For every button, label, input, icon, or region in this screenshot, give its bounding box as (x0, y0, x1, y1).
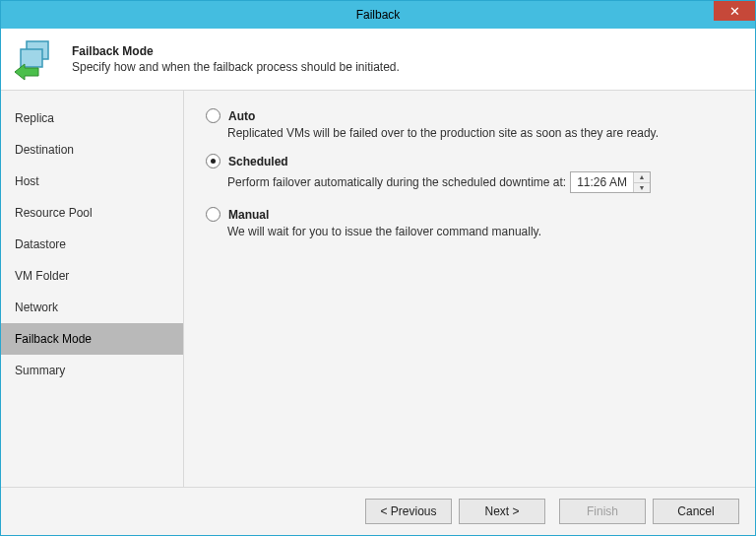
option-manual-title: Manual (228, 208, 269, 222)
header-title: Failback Mode (72, 44, 400, 58)
sidebar-item-vm-folder[interactable]: VM Folder (1, 260, 183, 292)
header-text: Failback Mode Specify how and when the f… (72, 44, 400, 74)
cancel-button[interactable]: Cancel (653, 499, 739, 524)
sidebar-item-failback-mode[interactable]: Failback Mode (1, 323, 183, 355)
wizard-steps-sidebar: Replica Destination Host Resource Pool D… (1, 91, 184, 487)
finish-button: Finish (559, 499, 646, 524)
option-manual: Manual We will wait for you to issue the… (206, 207, 733, 238)
previous-button[interactable]: < Previous (365, 499, 452, 524)
titlebar: Failback ✕ (1, 1, 755, 29)
sidebar-item-destination[interactable]: Destination (1, 134, 183, 166)
window-title: Failback (356, 8, 401, 22)
time-spinner: ▲ ▼ (633, 172, 650, 192)
radio-manual[interactable] (206, 207, 220, 222)
option-auto-title: Auto (228, 109, 255, 123)
option-scheduled: Scheduled Perform failover automatically… (206, 154, 733, 193)
sidebar-item-resource-pool[interactable]: Resource Pool (1, 197, 183, 229)
wizard-header: Failback Mode Specify how and when the f… (1, 29, 755, 91)
option-scheduled-title: Scheduled (228, 155, 288, 168)
close-button[interactable]: ✕ (714, 1, 755, 21)
close-icon: ✕ (729, 5, 740, 18)
spin-up-icon[interactable]: ▲ (634, 172, 650, 183)
sidebar-item-network[interactable]: Network (1, 292, 183, 323)
time-input[interactable]: 11:26 AM ▲ ▼ (570, 171, 651, 193)
failback-icon (13, 35, 60, 83)
radio-auto[interactable] (206, 108, 220, 123)
option-auto-desc: Replicated VMs will be failed over to th… (227, 126, 733, 140)
wizard-body: Replica Destination Host Resource Pool D… (1, 91, 755, 487)
spin-down-icon[interactable]: ▼ (634, 183, 650, 193)
option-auto: Auto Replicated VMs will be failed over … (206, 108, 733, 140)
sidebar-item-datastore[interactable]: Datastore (1, 229, 183, 260)
option-scheduled-desc: Perform failover automatically during th… (227, 175, 566, 189)
header-subtitle: Specify how and when the failback proces… (72, 60, 400, 74)
sidebar-item-replica[interactable]: Replica (1, 102, 183, 134)
next-button[interactable]: Next > (459, 499, 545, 524)
wizard-window: Failback ✕ Failback Mode Specify how and… (0, 0, 756, 536)
option-scheduled-desc-row: Perform failover automatically during th… (227, 171, 733, 193)
sidebar-item-summary[interactable]: Summary (1, 355, 183, 386)
sidebar-item-host[interactable]: Host (1, 166, 183, 197)
wizard-content: Auto Replicated VMs will be failed over … (184, 91, 755, 487)
radio-scheduled[interactable] (206, 154, 220, 168)
option-manual-desc: We will wait for you to issue the failov… (227, 225, 733, 238)
time-value[interactable]: 11:26 AM (571, 172, 633, 192)
wizard-footer: < Previous Next > Finish Cancel (1, 487, 755, 535)
